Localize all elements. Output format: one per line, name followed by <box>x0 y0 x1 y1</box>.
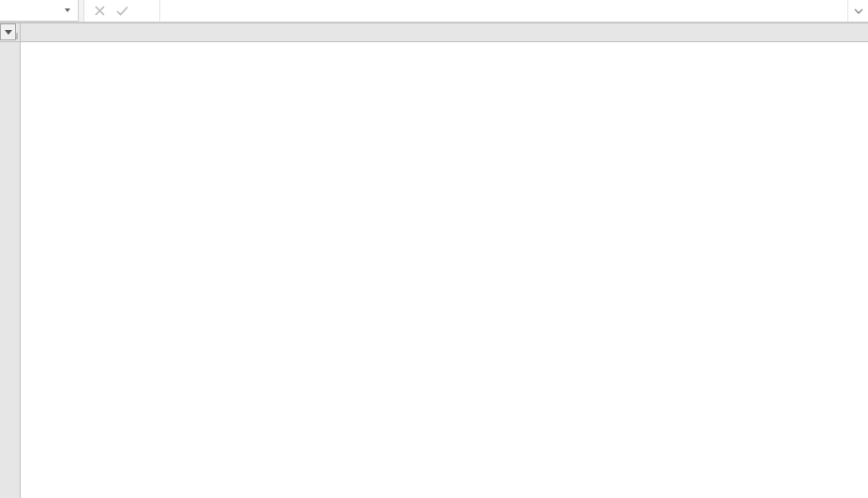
name-box-dropdown-icon[interactable] <box>61 4 74 17</box>
spreadsheet-grid <box>0 23 868 498</box>
data-validation-dropdown-icon[interactable] <box>0 23 16 40</box>
formula-input[interactable] <box>159 0 847 22</box>
cells-area[interactable] <box>21 42 868 498</box>
column-headers <box>21 23 868 42</box>
formula-bar-expand-icon[interactable] <box>847 0 868 22</box>
row-headers <box>0 42 21 498</box>
formula-bar <box>0 0 868 23</box>
insert-function-icon[interactable] <box>137 4 152 19</box>
name-box[interactable] <box>0 0 79 22</box>
enter-icon[interactable] <box>114 4 129 19</box>
cancel-icon[interactable] <box>92 4 107 19</box>
formula-bar-buttons <box>84 0 159 22</box>
